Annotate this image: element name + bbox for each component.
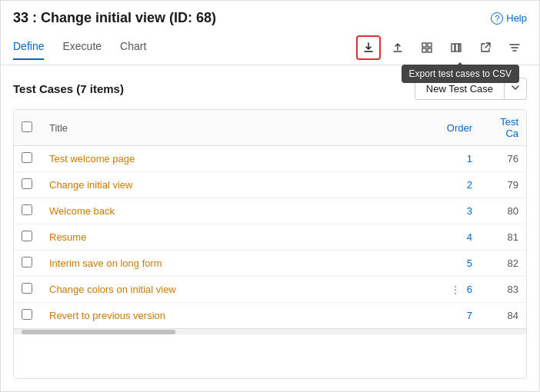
row-checkbox[interactable] (22, 178, 32, 189)
header-testca: Test Ca (480, 110, 526, 146)
row-checkbox[interactable] (22, 231, 32, 241)
new-test-btn-group: New Test Case (415, 78, 527, 100)
svg-rect-6 (459, 44, 461, 51)
row-title[interactable]: Revert to previous version (42, 303, 434, 329)
row-title[interactable]: Interim save on long form (42, 251, 434, 277)
row-title[interactable]: Change initial view (42, 172, 434, 198)
tab-chart[interactable]: Chart (120, 40, 146, 60)
row-order: 7 (434, 303, 480, 329)
row-testca: 81 (480, 224, 526, 251)
table-row: Change initial view279 (14, 172, 526, 198)
row-title[interactable]: Test welcome page (42, 146, 434, 172)
help-label: Help (506, 12, 527, 24)
filter-button[interactable] (502, 35, 527, 60)
row-testca: 84 (480, 303, 526, 329)
content-area: Test Cases (7 items) New Test Case (1, 65, 539, 391)
row-checkbox[interactable] (22, 309, 32, 320)
tab-define[interactable]: Define (13, 40, 44, 60)
row-context-menu-icon[interactable]: ⋮ (450, 284, 461, 296)
row-testca: 82 (480, 251, 526, 277)
page-title: 33 : Change initial view (ID: 68) (13, 10, 216, 26)
svg-rect-4 (452, 44, 455, 51)
svg-rect-5 (455, 44, 458, 51)
svg-rect-2 (422, 48, 426, 52)
external-link-icon (479, 42, 492, 54)
table-body: Test welcome page176Change initial view2… (14, 146, 526, 329)
header-check (14, 110, 42, 146)
row-testca: 83 (480, 277, 526, 303)
download-icon (362, 42, 375, 54)
svg-rect-3 (428, 48, 432, 52)
header-title: Title (42, 110, 434, 146)
row-checkbox[interactable] (22, 283, 32, 294)
table-row: Test welcome page176 (14, 146, 526, 172)
row-order: 2 (434, 172, 480, 198)
row-checkbox-cell (14, 251, 42, 277)
row-checkbox-cell (14, 172, 42, 198)
new-test-case-dropdown[interactable] (504, 78, 527, 100)
row-checkbox-cell (14, 303, 42, 329)
svg-rect-0 (422, 43, 426, 47)
filter-icon (508, 42, 521, 54)
grid-icon (421, 42, 433, 54)
row-testca: 80 (480, 198, 526, 224)
row-order: 3 (434, 198, 480, 224)
scrollbar-thumb (22, 330, 175, 334)
row-order: 1 (434, 146, 480, 172)
chevron-down-icon (511, 83, 520, 92)
section-header: Test Cases (7 items) New Test Case (13, 78, 527, 100)
select-all-checkbox[interactable] (22, 121, 32, 132)
columns-button[interactable] (444, 35, 468, 60)
row-checkbox-cell (14, 146, 42, 172)
row-title[interactable]: Welcome back (42, 198, 434, 224)
upload-icon (392, 42, 404, 54)
row-testca: 79 (480, 172, 526, 198)
horizontal-scrollbar[interactable] (14, 328, 526, 334)
row-order: 4 (434, 224, 480, 251)
top-bar: 33 : Change initial view (ID: 68) ? Help (1, 1, 539, 26)
svg-rect-1 (428, 43, 432, 47)
table-row: Revert to previous version784 (14, 303, 526, 329)
row-checkbox[interactable] (22, 204, 32, 215)
table-row: Change colors on initial view⋮683 (14, 277, 526, 303)
test-cases-table: Title Order Test Ca Test welcome page176… (13, 109, 527, 379)
toolbar-icons: Export test cases to CSV (356, 35, 527, 65)
row-title[interactable]: Change colors on initial view (42, 277, 434, 303)
help-link[interactable]: ? Help (491, 12, 527, 25)
row-checkbox[interactable] (22, 257, 32, 267)
row-order: ⋮6 (434, 277, 480, 303)
section-title: Test Cases (7 items) (13, 82, 124, 95)
help-icon: ? (491, 12, 503, 25)
row-checkbox-cell (14, 198, 42, 224)
table-row: Resume481 (14, 224, 526, 251)
import-button[interactable] (385, 35, 410, 60)
new-test-case-button[interactable]: New Test Case (415, 78, 504, 100)
columns-icon (450, 42, 462, 54)
row-testca: 76 (480, 146, 526, 172)
table-header-row: Title Order Test Ca (14, 110, 526, 146)
table-row: Interim save on long form582 (14, 251, 526, 277)
export-csv-button[interactable] (356, 35, 381, 60)
tabs: Define Execute Chart (13, 40, 146, 60)
row-order: 5 (434, 251, 480, 277)
row-checkbox[interactable] (22, 152, 32, 163)
tab-bar: Define Execute Chart (1, 29, 539, 65)
grid-button[interactable] (415, 35, 439, 60)
main-window: 33 : Change initial view (ID: 68) ? Help… (0, 0, 540, 392)
row-checkbox-cell (14, 224, 42, 251)
row-checkbox-cell (14, 277, 42, 303)
row-title[interactable]: Resume (42, 224, 434, 251)
table-row: Welcome back380 (14, 198, 526, 224)
tab-execute[interactable]: Execute (62, 40, 102, 60)
external-link-button[interactable] (473, 35, 498, 60)
header-order: Order (434, 110, 480, 146)
